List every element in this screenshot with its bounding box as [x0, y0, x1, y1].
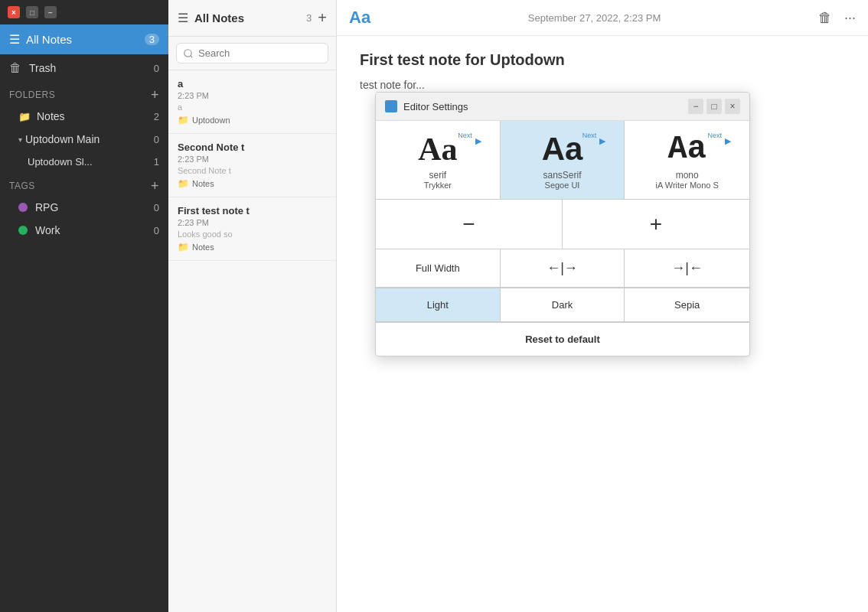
note-folder-2: 📁 Notes — [178, 178, 327, 189]
editor-panel: Aa September 27, 2022, 2:23 PM 🗑 ··· Fir… — [337, 0, 868, 612]
trash-count: 0 — [154, 63, 159, 74]
font-option-mono[interactable]: Next ▶ Aa mono iA Writer Mono S — [625, 121, 749, 199]
dialog-buttons: − □ × — [688, 99, 740, 114]
minimize-button[interactable]: − — [44, 6, 57, 18]
maximize-button[interactable]: □ — [26, 6, 38, 18]
note-folder-name-3: Notes — [192, 243, 214, 252]
sidebar-tag-rpg[interactable]: RPG 0 — [0, 196, 168, 219]
reset-to-default-button[interactable]: Reset to default — [525, 334, 600, 345]
notes-list-icon: ☰ — [178, 11, 188, 25]
width-row: Full Width ←|→ →|← — [376, 249, 749, 288]
note-folder-1: 📁 Uptodown — [178, 115, 327, 125]
search-bar — [168, 37, 336, 70]
theme-sepia-button[interactable]: Sepia — [625, 288, 749, 321]
note-item-1[interactable]: a 2:23 PM a 📁 Uptodown — [168, 70, 336, 134]
trash-label: Trash — [29, 62, 154, 74]
sidebar-tag-work[interactable]: Work 0 — [0, 219, 168, 242]
reset-row: Reset to default — [376, 322, 749, 356]
theme-dark-button[interactable]: Dark — [501, 288, 625, 321]
mono-next-arrow: ▶ — [725, 136, 731, 146]
add-note-button[interactable]: + — [318, 9, 327, 27]
note-folder-name-2: Notes — [192, 179, 214, 188]
theme-light-button[interactable]: Light — [376, 288, 501, 321]
sans-next-label: Next — [582, 132, 597, 139]
notes-folder-count: 2 — [154, 111, 159, 122]
font-option-sans-serif[interactable]: Next ▶ Aa sansSerif Segoe UI — [501, 121, 625, 199]
rpg-dot — [18, 203, 28, 212]
titlebar: × □ − — [0, 0, 168, 24]
note-item-3[interactable]: First test note t 2:23 PM Looks good so … — [168, 197, 336, 261]
dialog-maximize-button[interactable]: □ — [706, 99, 722, 114]
all-notes-count: 3 — [145, 34, 159, 45]
rpg-label: RPG — [35, 201, 154, 213]
all-notes-label: All Notes — [26, 33, 145, 46]
editor-toolbar: Aa September 27, 2022, 2:23 PM 🗑 ··· — [337, 0, 868, 36]
notes-list-count: 3 — [306, 12, 312, 24]
sidebar-item-uptodown-sl[interactable]: Uptodown Sl... 1 — [0, 151, 168, 173]
note-main-title: First test note for Uptodown — [360, 51, 845, 69]
note-item-2[interactable]: Second Note t 2:23 PM Second Note t 📁 No… — [168, 134, 336, 197]
notes-folder-label: Notes — [37, 110, 154, 122]
note-folder-icon-1: 📁 — [178, 115, 189, 125]
sidebar-item-trash[interactable]: 🗑 Trash 0 — [0, 54, 168, 82]
add-folder-button[interactable]: + — [151, 88, 159, 102]
serif-next-label: Next — [458, 132, 472, 139]
full-width-button[interactable]: Full Width — [376, 249, 501, 287]
increase-size-button[interactable]: + — [563, 200, 749, 249]
note-preview-1: a — [178, 103, 327, 112]
all-notes-icon: ☰ — [9, 32, 20, 47]
editor-settings-dialog: Editor Settings − □ × Next ▶ Aa serif Tr… — [375, 92, 750, 356]
toolbar-actions: 🗑 ··· — [818, 10, 856, 26]
uptodown-main-count: 0 — [154, 134, 159, 145]
note-time-1: 2:23 PM — [178, 91, 327, 100]
note-folder-icon-3: 📁 — [178, 242, 189, 252]
uptodown-main-label: Uptodown Main — [25, 133, 154, 145]
uptodown-sl-count: 1 — [154, 156, 159, 168]
compact-width-button[interactable]: →|← — [625, 249, 749, 287]
note-title-1: a — [178, 78, 327, 90]
close-button[interactable]: × — [8, 6, 20, 18]
decrease-size-button[interactable]: − — [376, 200, 563, 249]
mono-sample: Aa — [667, 133, 706, 165]
font-icon: Aa — [349, 8, 370, 28]
work-label: Work — [35, 224, 154, 236]
serif-type: serif — [429, 170, 446, 181]
rpg-count: 0 — [154, 202, 159, 213]
work-dot — [18, 226, 28, 235]
dialog-title: Editor Settings — [403, 101, 688, 112]
dialog-close-button[interactable]: × — [725, 99, 740, 114]
note-preview-2: Second Note t — [178, 166, 327, 175]
mono-next-label: Next — [707, 132, 722, 139]
dialog-minimize-button[interactable]: − — [688, 99, 703, 114]
notes-list-header: ☰ All Notes 3 + — [168, 0, 336, 37]
serif-sample: Aa — [418, 133, 457, 165]
dialog-titlebar: Editor Settings − □ × — [376, 93, 749, 121]
note-folder-3: 📁 Notes — [178, 242, 327, 252]
sans-next-arrow: ▶ — [599, 136, 605, 146]
notes-list-panel: ☰ All Notes 3 + a 2:23 PM a 📁 Uptodown S… — [168, 0, 337, 612]
dialog-icon — [385, 100, 397, 112]
expand-width-button[interactable]: ←|→ — [501, 249, 625, 287]
size-row: − + — [376, 200, 749, 249]
note-preview-3: Looks good so — [178, 230, 327, 239]
sidebar-item-uptodown-main[interactable]: ▾ Uptodown Main 0 — [0, 128, 168, 151]
uptodown-sl-label: Uptodown Sl... — [28, 156, 154, 168]
sidebar-item-all-notes[interactable]: ☰ All Notes 3 — [0, 24, 168, 54]
sans-name: Segoe UI — [545, 181, 580, 190]
note-title-2: Second Note t — [178, 142, 327, 153]
search-input[interactable] — [176, 43, 328, 63]
folders-section-header: Folders + — [0, 82, 168, 105]
note-folder-icon-2: 📁 — [178, 178, 189, 189]
add-tag-button[interactable]: + — [151, 179, 159, 193]
sans-sample: Aa — [542, 133, 583, 165]
note-title-3: First test note t — [178, 205, 327, 216]
sidebar-item-notes[interactable]: 📁 Notes 2 — [0, 105, 168, 128]
note-time-3: 2:23 PM — [178, 218, 327, 227]
delete-note-button[interactable]: 🗑 — [818, 10, 832, 26]
more-options-button[interactable]: ··· — [844, 10, 856, 26]
mono-name: iA Writer Mono S — [656, 181, 719, 190]
tags-section-header: Tags + — [0, 173, 168, 196]
font-option-serif[interactable]: Next ▶ Aa serif Trykker — [376, 121, 501, 199]
serif-next-arrow: ▶ — [475, 136, 481, 146]
notes-list-title: All Notes — [194, 11, 306, 24]
